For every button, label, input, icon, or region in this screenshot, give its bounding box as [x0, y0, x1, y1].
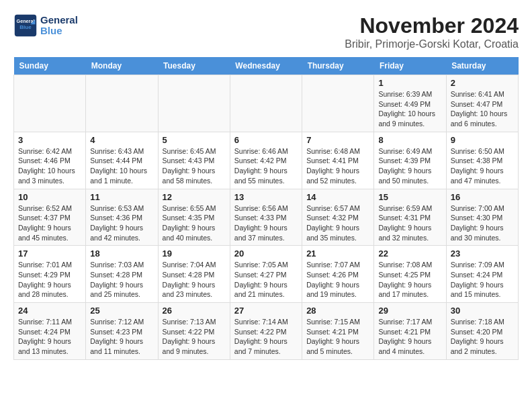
day-cell	[158, 75, 230, 132]
day-cell: 21Sunrise: 7:07 AM Sunset: 4:26 PM Dayli…	[302, 246, 374, 303]
day-info: Sunrise: 6:55 AM Sunset: 4:35 PM Dayligh…	[163, 203, 226, 243]
page-header: General Blue General Blue November 2024 …	[13, 13, 519, 50]
day-cell: 23Sunrise: 7:09 AM Sunset: 4:24 PM Dayli…	[446, 246, 518, 303]
day-cell: 10Sunrise: 6:52 AM Sunset: 4:37 PM Dayli…	[14, 189, 86, 246]
day-cell	[14, 75, 86, 132]
day-cell: 17Sunrise: 7:01 AM Sunset: 4:29 PM Dayli…	[14, 246, 86, 303]
day-info: Sunrise: 7:14 AM Sunset: 4:22 PM Dayligh…	[234, 317, 298, 357]
calendar-header-row: SundayMondayTuesdayWednesdayThursdayFrid…	[14, 57, 519, 75]
week-row-4: 17Sunrise: 7:01 AM Sunset: 4:29 PM Dayli…	[14, 246, 519, 303]
day-number: 22	[378, 248, 441, 259]
day-info: Sunrise: 7:15 AM Sunset: 4:21 PM Dayligh…	[306, 317, 369, 357]
day-number: 14	[306, 192, 369, 202]
day-info: Sunrise: 6:52 AM Sunset: 4:37 PM Dayligh…	[18, 203, 81, 243]
day-number: 12	[163, 192, 226, 202]
day-number: 15	[378, 192, 441, 202]
day-number: 29	[378, 306, 441, 316]
day-info: Sunrise: 7:00 AM Sunset: 4:30 PM Dayligh…	[451, 203, 514, 243]
day-number: 1	[378, 78, 441, 88]
day-info: Sunrise: 7:18 AM Sunset: 4:20 PM Dayligh…	[451, 317, 514, 357]
day-cell: 13Sunrise: 6:56 AM Sunset: 4:33 PM Dayli…	[230, 189, 302, 246]
day-info: Sunrise: 6:43 AM Sunset: 4:44 PM Dayligh…	[90, 146, 153, 186]
day-number: 7	[306, 135, 369, 145]
day-cell: 19Sunrise: 7:04 AM Sunset: 4:28 PM Dayli…	[158, 246, 230, 303]
day-cell: 22Sunrise: 7:08 AM Sunset: 4:25 PM Dayli…	[374, 246, 446, 303]
day-cell: 4Sunrise: 6:43 AM Sunset: 4:44 PM Daylig…	[86, 132, 158, 189]
day-info: Sunrise: 7:05 AM Sunset: 4:27 PM Dayligh…	[234, 260, 298, 300]
day-info: Sunrise: 7:11 AM Sunset: 4:24 PM Dayligh…	[18, 317, 81, 357]
logo-text: General	[40, 15, 78, 26]
day-number: 20	[234, 248, 298, 259]
header-monday: Monday	[86, 57, 158, 75]
day-cell: 12Sunrise: 6:55 AM Sunset: 4:35 PM Dayli…	[158, 189, 230, 246]
day-cell: 24Sunrise: 7:11 AM Sunset: 4:24 PM Dayli…	[14, 303, 86, 360]
logo-icon: General Blue	[13, 13, 38, 38]
day-info: Sunrise: 6:53 AM Sunset: 4:36 PM Dayligh…	[90, 203, 153, 243]
day-cell: 6Sunrise: 6:46 AM Sunset: 4:42 PM Daylig…	[230, 132, 302, 189]
week-row-3: 10Sunrise: 6:52 AM Sunset: 4:37 PM Dayli…	[14, 189, 519, 246]
day-number: 13	[234, 192, 298, 202]
day-info: Sunrise: 6:48 AM Sunset: 4:41 PM Dayligh…	[306, 146, 369, 186]
header-tuesday: Tuesday	[158, 57, 230, 75]
day-number: 2	[451, 78, 514, 88]
day-number: 27	[234, 306, 298, 316]
day-number: 9	[451, 135, 514, 145]
day-cell: 9Sunrise: 6:50 AM Sunset: 4:38 PM Daylig…	[446, 132, 518, 189]
week-row-2: 3Sunrise: 6:42 AM Sunset: 4:46 PM Daylig…	[14, 132, 519, 189]
day-number: 18	[90, 248, 153, 259]
header-wednesday: Wednesday	[230, 57, 302, 75]
day-cell: 2Sunrise: 6:41 AM Sunset: 4:47 PM Daylig…	[446, 75, 518, 132]
day-number: 3	[18, 135, 81, 145]
day-cell: 28Sunrise: 7:15 AM Sunset: 4:21 PM Dayli…	[302, 303, 374, 360]
day-number: 5	[163, 135, 226, 145]
day-cell: 20Sunrise: 7:05 AM Sunset: 4:27 PM Dayli…	[230, 246, 302, 303]
page-title: November 2024	[345, 13, 519, 38]
header-thursday: Thursday	[302, 57, 374, 75]
day-info: Sunrise: 6:42 AM Sunset: 4:46 PM Dayligh…	[18, 146, 81, 186]
logo: General Blue General Blue	[13, 13, 78, 38]
day-info: Sunrise: 7:01 AM Sunset: 4:29 PM Dayligh…	[18, 260, 81, 300]
day-info: Sunrise: 7:12 AM Sunset: 4:23 PM Dayligh…	[90, 317, 153, 357]
day-cell: 14Sunrise: 6:57 AM Sunset: 4:32 PM Dayli…	[302, 189, 374, 246]
day-cell: 1Sunrise: 6:39 AM Sunset: 4:49 PM Daylig…	[374, 75, 446, 132]
day-info: Sunrise: 6:39 AM Sunset: 4:49 PM Dayligh…	[378, 89, 441, 129]
day-info: Sunrise: 7:03 AM Sunset: 4:28 PM Dayligh…	[90, 260, 153, 300]
day-cell: 26Sunrise: 7:13 AM Sunset: 4:22 PM Dayli…	[158, 303, 230, 360]
day-info: Sunrise: 7:08 AM Sunset: 4:25 PM Dayligh…	[378, 260, 441, 300]
day-cell	[86, 75, 158, 132]
day-info: Sunrise: 6:49 AM Sunset: 4:39 PM Dayligh…	[378, 146, 441, 186]
week-row-5: 24Sunrise: 7:11 AM Sunset: 4:24 PM Dayli…	[14, 303, 519, 360]
logo-blue: Blue	[40, 26, 78, 37]
day-number: 16	[451, 192, 514, 202]
day-info: Sunrise: 6:56 AM Sunset: 4:33 PM Dayligh…	[234, 203, 298, 243]
header-sunday: Sunday	[14, 57, 86, 75]
day-number: 17	[18, 248, 81, 259]
day-cell	[230, 75, 302, 132]
day-number: 24	[18, 306, 81, 316]
day-info: Sunrise: 7:07 AM Sunset: 4:26 PM Dayligh…	[306, 260, 369, 300]
day-info: Sunrise: 6:46 AM Sunset: 4:42 PM Dayligh…	[234, 146, 298, 186]
day-info: Sunrise: 6:41 AM Sunset: 4:47 PM Dayligh…	[451, 89, 514, 129]
day-number: 4	[90, 135, 153, 145]
day-cell: 30Sunrise: 7:18 AM Sunset: 4:20 PM Dayli…	[446, 303, 518, 360]
day-number: 26	[163, 306, 226, 316]
day-number: 6	[234, 135, 298, 145]
day-cell: 16Sunrise: 7:00 AM Sunset: 4:30 PM Dayli…	[446, 189, 518, 246]
day-number: 30	[451, 306, 514, 316]
day-number: 11	[90, 192, 153, 202]
day-number: 25	[90, 306, 153, 316]
day-cell: 18Sunrise: 7:03 AM Sunset: 4:28 PM Dayli…	[86, 246, 158, 303]
calendar-table: SundayMondayTuesdayWednesdayThursdayFrid…	[13, 57, 519, 360]
header-saturday: Saturday	[446, 57, 518, 75]
day-cell: 15Sunrise: 6:59 AM Sunset: 4:31 PM Dayli…	[374, 189, 446, 246]
header-friday: Friday	[374, 57, 446, 75]
day-number: 8	[378, 135, 441, 145]
title-block: November 2024 Bribir, Primorje-Gorski Ko…	[345, 13, 519, 50]
day-info: Sunrise: 6:50 AM Sunset: 4:38 PM Dayligh…	[451, 146, 514, 186]
day-info: Sunrise: 7:17 AM Sunset: 4:21 PM Dayligh…	[378, 317, 441, 357]
week-row-1: 1Sunrise: 6:39 AM Sunset: 4:49 PM Daylig…	[14, 75, 519, 132]
day-number: 21	[306, 248, 369, 259]
day-info: Sunrise: 7:04 AM Sunset: 4:28 PM Dayligh…	[163, 260, 226, 300]
day-cell: 7Sunrise: 6:48 AM Sunset: 4:41 PM Daylig…	[302, 132, 374, 189]
day-number: 23	[451, 248, 514, 259]
